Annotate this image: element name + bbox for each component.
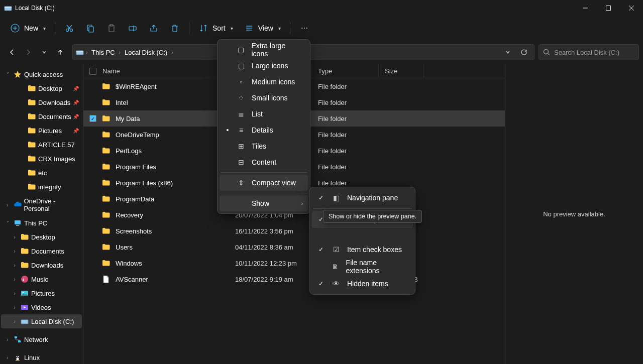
sidebar-item[interactable]: ›Desktop: [1, 230, 82, 244]
sidebar-item[interactable]: ›Downloads: [1, 258, 82, 272]
pin-icon: 📌: [73, 100, 79, 105]
more-button[interactable]: ⋯: [294, 19, 314, 37]
view-option[interactable]: ⁘Small icons: [220, 90, 308, 106]
file-name: PerfLogs: [116, 147, 142, 155]
folder-icon: [101, 242, 111, 252]
sidebar-item-label: Quick access: [24, 71, 63, 78]
expand-icon: ›: [4, 202, 11, 208]
paste-button[interactable]: [101, 19, 122, 37]
close-button[interactable]: [620, 0, 643, 16]
show-submenu-trigger[interactable]: Show›: [220, 195, 308, 211]
view-option[interactable]: ⊟Content: [220, 154, 308, 170]
up-button[interactable]: [52, 44, 68, 60]
file-name: OneDriveTemp: [116, 131, 159, 139]
file-type: File folder: [312, 94, 379, 110]
separator: [290, 22, 290, 34]
sidebar-item[interactable]: ›Linux: [1, 350, 82, 364]
sidebar-item[interactable]: Desktop📌: [1, 81, 82, 95]
sidebar-item[interactable]: Documents📌: [1, 109, 82, 124]
search-input[interactable]: Search Local Disk (C:): [539, 44, 639, 60]
svg-rect-34: [18, 340, 21, 342]
row-checkbox[interactable]: [89, 179, 96, 186]
table-row[interactable]: Screenshots16/11/2022 3:56 pm: [83, 223, 505, 239]
row-checkbox[interactable]: [89, 244, 96, 251]
view-menu: ▢Extra large icons▢Large icons▫Medium ic…: [217, 39, 310, 214]
sidebar-item[interactable]: ˅This PC: [1, 216, 82, 230]
breadcrumb-this-pc[interactable]: This PC: [89, 48, 117, 57]
new-button[interactable]: New ▾: [5, 19, 51, 37]
row-checkbox[interactable]: [89, 163, 96, 170]
view-option[interactable]: ▫Medium icons: [220, 74, 308, 90]
row-checkbox[interactable]: [89, 276, 96, 283]
separator: [55, 22, 55, 34]
sidebar-item[interactable]: Pictures📌: [1, 124, 82, 138]
sidebar-item[interactable]: ›Pictures: [1, 286, 82, 300]
forward-button[interactable]: [20, 44, 36, 60]
maximize-button[interactable]: [597, 0, 620, 16]
row-checkbox[interactable]: [89, 195, 96, 202]
view-option[interactable]: •≡Details: [220, 122, 308, 138]
table-row[interactable]: AVScanner18/07/2022 9:19 amKB: [83, 271, 505, 287]
share-button[interactable]: [144, 19, 164, 37]
row-checkbox[interactable]: ✓: [89, 115, 96, 122]
sidebar-item[interactable]: ›Network: [1, 332, 82, 346]
show-option[interactable]: ✓☑Item check boxes: [312, 241, 413, 258]
row-checkbox[interactable]: [89, 147, 96, 154]
row-checkbox[interactable]: [89, 211, 96, 218]
view-option[interactable]: ▢Large icons: [220, 58, 308, 74]
sort-label: Sort: [212, 24, 226, 32]
svg-rect-17: [129, 27, 136, 30]
folder-icon: [101, 210, 111, 219]
sidebar-item[interactable]: ›Documents: [1, 244, 82, 258]
row-checkbox[interactable]: [89, 260, 96, 267]
view-option[interactable]: ▢Extra large icons: [220, 42, 308, 58]
view-option[interactable]: ≣List: [220, 106, 308, 122]
pane-icon: 👁: [331, 280, 341, 288]
sidebar-item[interactable]: etc: [1, 166, 82, 180]
breadcrumb-local-disk[interactable]: Local Disk (C:): [123, 48, 169, 57]
sidebar-item[interactable]: Downloads📌: [1, 95, 82, 109]
back-button[interactable]: [4, 44, 20, 60]
cut-button[interactable]: [59, 19, 79, 37]
view-option[interactable]: ⊞Tiles: [220, 138, 308, 154]
show-option[interactable]: 🗎File name extensions: [312, 258, 413, 275]
refresh-button[interactable]: [517, 45, 531, 59]
sidebar-item[interactable]: ˅Quick access: [1, 67, 82, 81]
row-checkbox[interactable]: [89, 131, 96, 138]
minimize-button[interactable]: [574, 0, 597, 16]
file-type: File folder: [312, 127, 379, 143]
address-history-button[interactable]: [501, 45, 515, 59]
sidebar-item[interactable]: ARTICLE 57: [1, 138, 82, 152]
table-row[interactable]: Users04/11/2022 8:36 am: [83, 239, 505, 255]
sidebar-item[interactable]: integrity: [1, 180, 82, 194]
sidebar-item-label: Local Disk (C:): [31, 318, 74, 325]
file-type: File folder: [312, 143, 379, 159]
sidebar-item[interactable]: CRX Images: [1, 152, 82, 166]
rename-button[interactable]: [123, 19, 143, 37]
view-button[interactable]: View ▾: [239, 19, 286, 37]
sidebar-item[interactable]: ›Local Disk (C:): [1, 314, 82, 328]
column-type[interactable]: Type: [312, 64, 379, 78]
sort-button[interactable]: Sort ▾: [193, 19, 238, 37]
show-option[interactable]: ✓👁Hidden items: [312, 275, 413, 292]
show-option[interactable]: ✓◧Navigation pane: [312, 189, 413, 206]
sidebar-item[interactable]: ›Music: [1, 272, 82, 286]
svg-rect-1: [5, 7, 12, 8]
sidebar-item[interactable]: ›Videos: [1, 300, 82, 314]
row-checkbox[interactable]: [89, 83, 96, 90]
sidebar-item[interactable]: ›OneDrive - Personal: [1, 198, 82, 212]
select-all-checkbox[interactable]: [89, 68, 96, 75]
folder-icon: [101, 82, 111, 91]
recent-button[interactable]: [36, 44, 52, 60]
table-row[interactable]: Windows10/11/2022 12:23 pm: [83, 255, 505, 271]
column-size[interactable]: Size: [379, 64, 424, 78]
sidebar-item-label: Network: [24, 336, 48, 343]
compact-view-option[interactable]: ⇕Compact view: [220, 175, 308, 191]
column-name[interactable]: Name ˄: [83, 64, 229, 78]
file-date: 18/07/2022 9:19 am: [229, 271, 312, 287]
row-checkbox[interactable]: [89, 227, 96, 234]
row-checkbox[interactable]: [89, 99, 96, 106]
pane-icon: ◧: [331, 194, 341, 202]
copy-button[interactable]: [80, 19, 100, 37]
delete-button[interactable]: [165, 19, 185, 37]
